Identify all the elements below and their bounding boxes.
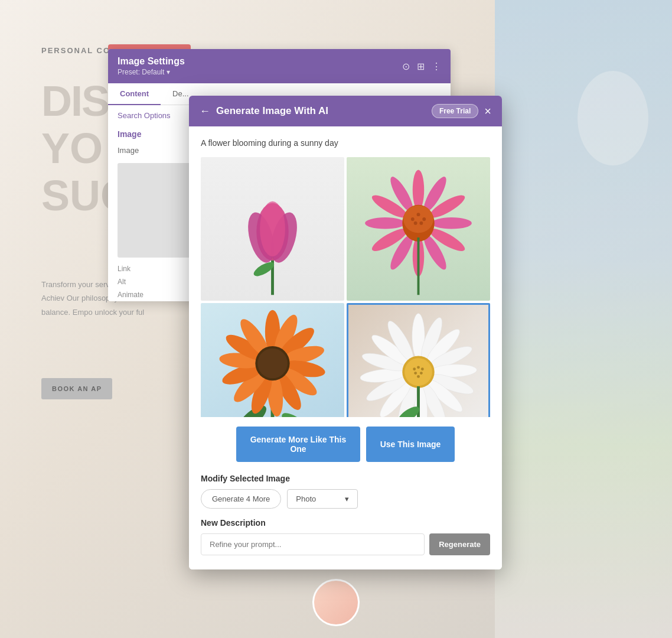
ai-modal-body: A flower blooming during a sunny day: [189, 126, 502, 569]
ai-image-cell-4[interactable]: [347, 303, 490, 417]
bg-yo-text: YO: [41, 124, 103, 172]
is-more-icon[interactable]: ⋮: [432, 61, 441, 72]
svg-point-74: [417, 375, 420, 378]
generate-4-more-button[interactable]: Generate 4 More: [201, 489, 281, 509]
svg-point-25: [417, 213, 420, 216]
ai-modal-header-right: Free Trial ×: [432, 104, 491, 118]
is-image-placeholder: [118, 163, 200, 258]
svg-point-69: [413, 367, 416, 370]
is-panel-header: Image Settings Preset: Default ▾ ⊙ ⊞ ⋮: [108, 49, 451, 83]
bg-right-image: [495, 0, 672, 638]
is-field-label-animate: Animate: [118, 291, 147, 299]
ai-free-trial-badge[interactable]: Free Trial: [432, 104, 478, 118]
ai-prompt-text: A flower blooming during a sunny day: [201, 138, 490, 148]
ai-new-desc-section: New Description Regenerate: [201, 518, 490, 555]
is-settings-icon[interactable]: ⊙: [402, 61, 410, 72]
is-field-label-link: Link: [118, 265, 147, 273]
ai-regenerate-button[interactable]: Regenerate: [429, 533, 490, 555]
is-preset-label: Preset: Default ▾: [118, 68, 185, 76]
svg-point-13: [432, 217, 472, 229]
svg-point-19: [365, 217, 405, 229]
svg-point-28: [419, 222, 423, 225]
svg-point-24: [411, 217, 415, 221]
svg-point-27: [414, 222, 417, 225]
ai-modal-header-left: ← Generate Image With AI: [200, 105, 328, 118]
svg-point-23: [403, 206, 433, 233]
ai-modal-title: Generate Image With AI: [216, 105, 328, 117]
ai-new-desc-label: New Description: [201, 518, 490, 528]
ai-modify-controls: Generate 4 More Photo ▾: [201, 489, 490, 509]
is-field-label-alt: Alt: [118, 278, 147, 286]
svg-point-8: [260, 201, 285, 256]
svg-point-49: [257, 349, 288, 379]
photo-style-select[interactable]: Photo ▾: [287, 489, 358, 509]
ai-prompt-input[interactable]: [201, 533, 425, 555]
svg-point-73: [420, 372, 423, 375]
is-grid-icon[interactable]: ⊞: [417, 61, 425, 72]
ai-modal-header: ← Generate Image With AI Free Trial ×: [189, 96, 502, 126]
ai-image-grid: [201, 157, 490, 417]
ai-modify-section: Modify Selected Image Generate 4 More Ph…: [201, 474, 490, 509]
svg-point-1: [578, 71, 648, 165]
ai-modal: ← Generate Image With AI Free Trial × A …: [189, 96, 502, 569]
ai-image-grid-container: [201, 157, 490, 417]
is-panel-title: Image Settings: [118, 56, 185, 67]
is-tab-content[interactable]: Content: [108, 83, 161, 105]
bg-book-button: BOOK AN AP: [41, 378, 112, 399]
use-image-button[interactable]: Use This Image: [366, 427, 455, 462]
generate-more-button[interactable]: Generate More Like This One: [236, 427, 360, 462]
photo-style-label: Photo: [296, 494, 316, 503]
svg-point-26: [422, 217, 426, 221]
ai-back-button[interactable]: ←: [200, 105, 210, 118]
ai-image-cell-3[interactable]: [201, 303, 344, 417]
ai-image-cell-1[interactable]: [201, 157, 344, 301]
ai-close-button[interactable]: ×: [484, 105, 491, 117]
is-header-icons: ⊙ ⊞ ⋮: [402, 61, 441, 72]
svg-point-68: [404, 358, 432, 386]
svg-point-72: [414, 372, 417, 375]
ai-image-cell-2[interactable]: [347, 157, 490, 301]
svg-point-71: [421, 367, 424, 370]
svg-point-70: [417, 366, 420, 369]
ai-prompt-row: Regenerate: [201, 533, 490, 555]
ai-modify-label: Modify Selected Image: [201, 474, 490, 483]
photo-dropdown-icon: ▾: [345, 494, 349, 503]
bg-person-circle: [312, 579, 360, 626]
svg-point-10: [413, 170, 424, 210]
ai-action-buttons: Generate More Like This One Use This Ima…: [201, 427, 490, 462]
